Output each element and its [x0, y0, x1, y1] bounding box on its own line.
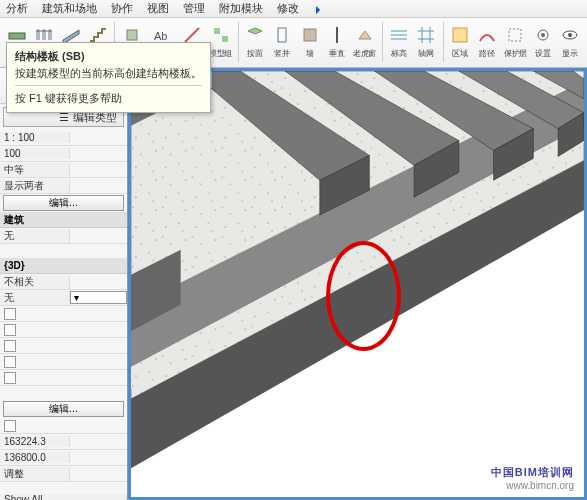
prop-row[interactable]: 1 : 100: [0, 130, 127, 146]
ribbon-show-button[interactable]: 显示: [558, 20, 583, 64]
checkbox[interactable]: [4, 420, 16, 432]
prop-row[interactable]: [0, 338, 127, 354]
prop-row[interactable]: 136800.0: [0, 450, 127, 466]
prop-row[interactable]: 163224.3: [0, 434, 127, 450]
ribbon-grid-button[interactable]: 轴网: [414, 20, 439, 64]
ribbon-level-button[interactable]: 标高: [387, 20, 412, 64]
svg-rect-3: [214, 28, 220, 34]
prop-row[interactable]: [0, 322, 127, 338]
prop-row[interactable]: 无▾: [0, 290, 127, 306]
svg-rect-8: [509, 29, 521, 41]
checkbox[interactable]: [4, 324, 16, 336]
svg-rect-7: [453, 28, 467, 42]
ribbon-area-button[interactable]: 区域: [448, 20, 473, 64]
ribbon-vertical-button[interactable]: 垂直: [324, 20, 349, 64]
menu-item[interactable]: 建筑和场地: [42, 1, 97, 16]
prop-row[interactable]: 中等: [0, 162, 127, 178]
svg-rect-6: [304, 29, 316, 41]
ribbon-modelgroup-button[interactable]: 模型组: [207, 20, 234, 64]
svg-rect-1: [127, 30, 137, 40]
prop-row[interactable]: 显示两者: [0, 178, 127, 194]
menu-help-icon[interactable]: ⏵: [313, 3, 324, 15]
tooltip-body: 按建筑楼型的当前标高创建结构楼板。: [15, 65, 202, 82]
ribbon-shaft-button[interactable]: 竖井: [270, 20, 295, 64]
tooltip: 结构楼板 (SB) 按建筑楼型的当前标高创建结构楼板。 按 F1 键获得更多帮助: [6, 42, 211, 113]
svg-rect-5: [278, 28, 286, 42]
prop-row[interactable]: [0, 418, 127, 434]
prop-row[interactable]: [0, 370, 127, 386]
ribbon-cover-button[interactable]: 保护层: [502, 20, 529, 64]
menu-item[interactable]: 管理: [183, 1, 205, 16]
menu-bar: 分析 建筑和场地 协作 视图 管理 附加模块 修改 ⏵: [0, 0, 587, 18]
prop-row[interactable]: [0, 354, 127, 370]
svg-text:Ab: Ab: [154, 30, 167, 42]
prop-row[interactable]: [0, 306, 127, 322]
menu-item[interactable]: 协作: [111, 1, 133, 16]
edit-button[interactable]: 编辑…: [3, 195, 125, 211]
tooltip-help: 按 F1 键获得更多帮助: [15, 90, 202, 107]
menu-item[interactable]: 视图: [147, 1, 169, 16]
ribbon-path-button[interactable]: 路径: [475, 20, 500, 64]
svg-rect-0: [9, 33, 25, 39]
menu-item[interactable]: 附加模块: [219, 1, 263, 16]
watermark: 中国BIM培训网 www.bimcn.org: [491, 465, 574, 491]
svg-point-12: [568, 33, 572, 37]
properties-panel: ☰ 编辑类型 1 : 100 100 中等 显示两者 编辑… 建筑 无 {3D}…: [0, 68, 128, 500]
ribbon-byface-button[interactable]: 按面: [243, 20, 268, 64]
prop-row[interactable]: Show All: [0, 492, 127, 500]
ribbon-settings-button[interactable]: 设置: [531, 20, 556, 64]
prop-row[interactable]: 不相关: [0, 274, 127, 290]
menu-item[interactable]: 修改: [277, 1, 299, 16]
checkbox[interactable]: [4, 356, 16, 368]
annotation-ellipse: [326, 241, 401, 351]
prop-row[interactable]: 无: [0, 228, 127, 244]
prop-group: 建筑: [0, 212, 127, 228]
prop-row[interactable]: 100: [0, 146, 127, 162]
3d-viewport[interactable]: 参时隐藏/隔离: [128, 68, 587, 500]
tooltip-title: 结构楼板 (SB): [15, 48, 202, 65]
prop-row[interactable]: 调整: [0, 466, 127, 482]
checkbox[interactable]: [4, 340, 16, 352]
svg-point-10: [541, 33, 545, 37]
edit-button[interactable]: 编辑…: [3, 401, 125, 417]
checkbox[interactable]: [4, 308, 16, 320]
svg-rect-4: [222, 36, 228, 42]
ribbon-dormer-button[interactable]: 老虎窗: [351, 20, 378, 64]
ribbon-wall-button[interactable]: 墙: [297, 20, 322, 64]
checkbox[interactable]: [4, 372, 16, 384]
prop-group: {3D}: [0, 258, 127, 274]
menu-item[interactable]: 分析: [6, 1, 28, 16]
